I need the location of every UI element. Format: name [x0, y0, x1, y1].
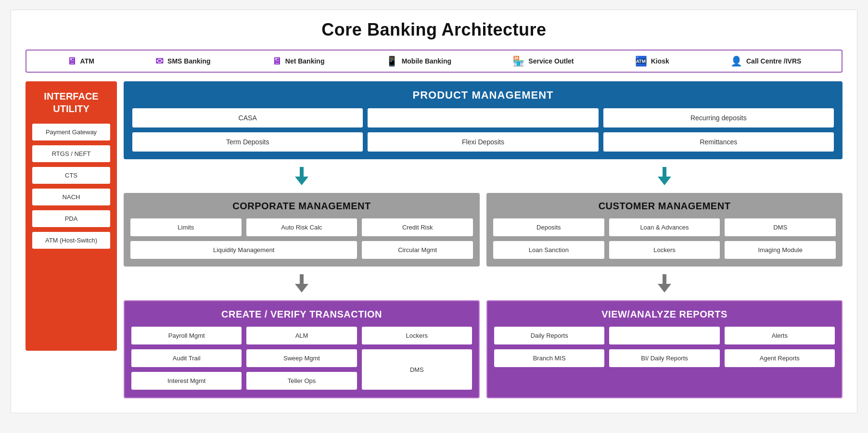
interface-utility-panel: INTERFACE UTILITY Payment Gateway RTGS /… [26, 81, 117, 351]
channel-bar: 🖥 ATM ✉ SMS Banking 🖥 Net Banking 📱 Mobi… [26, 50, 842, 73]
channel-kiosk-label: Kiosk [651, 57, 669, 65]
middle-row: CORPORATE MANAGEMENT Limits Auto Risk Ca… [124, 193, 842, 267]
report-daily[interactable]: Daily Reports [494, 327, 604, 344]
arrow-corp [124, 166, 480, 186]
page-title: Core Banking Architecture [26, 20, 842, 40]
customer-title: CUSTOMER MANAGEMENT [493, 201, 836, 212]
channel-net: 🖥 Net Banking [272, 56, 325, 67]
arrow-head-teal-1 [295, 177, 308, 185]
channel-mobile-label: Mobile Banking [402, 57, 451, 65]
customer-grid: Deposits Loan & Advances DMS Loan Sancti… [493, 218, 836, 259]
arrow-shaft-gray-2 [663, 274, 666, 284]
create-item-alm[interactable]: ALM [246, 327, 357, 344]
reports-grid: Daily Reports Alerts Branch MIS BI/ Dail… [494, 327, 835, 367]
arrow-cust [486, 166, 842, 186]
channel-callcentre: 👤 Call Centre /IVRS [730, 55, 801, 67]
net-icon: 🖥 [272, 56, 281, 67]
cust-item-loan-advances[interactable]: Loan & Advances [609, 218, 720, 236]
customer-management-section: CUSTOMER MANAGEMENT Deposits Loan & Adva… [486, 193, 842, 267]
utility-item-2[interactable]: CTS [32, 167, 110, 184]
product-management-title: PRODUCT MANAGEMENT [132, 89, 834, 102]
report-bi-daily[interactable]: BI/ Daily Reports [609, 349, 719, 367]
create-title: CREATE / VERIFY TRANSACTION [131, 309, 472, 320]
arrow-shaft-gray-1 [300, 274, 304, 284]
create-item-teller[interactable]: Teller Ops [246, 372, 357, 390]
cust-item-imaging[interactable]: Imaging Module [725, 241, 836, 259]
arrow-create [124, 273, 480, 293]
pm-item-remittances[interactable]: Remittances [603, 132, 834, 152]
arrow-shaft-teal-2 [663, 167, 666, 177]
channel-sms: ✉ SMS Banking [155, 55, 210, 67]
cust-item-deposits[interactable]: Deposits [493, 218, 604, 236]
channel-atm-label: ATM [80, 57, 94, 65]
product-management-grid: CASA Recurring deposits Term Deposits Fl… [132, 108, 834, 152]
arrow-reports [486, 273, 842, 293]
right-content: PRODUCT MANAGEMENT CASA Recurring deposi… [124, 81, 842, 398]
create-item-lockers[interactable]: Lockers [362, 327, 472, 344]
create-grid: Payroll Mgmt ALM Lockers Audit Trail Swe… [131, 327, 472, 390]
corp-item-limits[interactable]: Limits [130, 218, 242, 236]
create-item-payroll[interactable]: Payroll Mgmt [131, 327, 242, 344]
channel-service-label: Service Outlet [528, 57, 574, 65]
utility-item-0[interactable]: Payment Gateway [32, 124, 110, 140]
create-item-dms[interactable]: DMS [362, 349, 472, 390]
arrow-head-teal-2 [658, 177, 671, 185]
main-layout: INTERFACE UTILITY Payment Gateway RTGS /… [26, 81, 842, 398]
utility-item-1[interactable]: RTGS / NEFT [32, 145, 110, 162]
arrow-shaft-teal-1 [300, 167, 304, 177]
corp-item-liquidity[interactable]: Liquidity Management [130, 241, 357, 259]
create-item-audit[interactable]: Audit Trail [131, 349, 242, 367]
corporate-grid: Limits Auto Risk Calc Credit Risk Liquid… [130, 218, 473, 259]
pm-item-casa[interactable]: CASA [132, 108, 363, 127]
cust-item-loan-sanction[interactable]: Loan Sanction [493, 241, 604, 259]
create-verify-section: CREATE / VERIFY TRANSACTION Payroll Mgmt… [124, 300, 480, 398]
report-agent[interactable]: Agent Reports [725, 349, 835, 367]
channel-service: 🏪 Service Outlet [512, 55, 574, 67]
create-item-interest[interactable]: Interest Mgmt [131, 372, 242, 390]
service-icon: 🏪 [512, 55, 524, 67]
arrow-row-1 [124, 166, 842, 186]
arrow-head-gray-2 [658, 284, 671, 293]
callcentre-icon: 👤 [730, 55, 742, 67]
corporate-title: CORPORATE MANAGEMENT [130, 201, 473, 212]
corp-item-circular[interactable]: Circular Mgmt [362, 241, 473, 259]
channel-atm: 🖥 ATM [67, 56, 94, 67]
channel-callcentre-label: Call Centre /IVRS [746, 57, 801, 65]
channel-mobile: 📱 Mobile Banking [386, 55, 451, 67]
arrow-head-gray-1 [295, 284, 308, 293]
channel-sms-label: SMS Banking [167, 57, 210, 65]
corp-item-creditrisk[interactable]: Credit Risk [362, 218, 473, 236]
bottom-row: CREATE / VERIFY TRANSACTION Payroll Mgmt… [124, 300, 842, 398]
page-container: Core Banking Architecture 🖥 ATM ✉ SMS Ba… [11, 10, 857, 413]
channel-net-label: Net Banking [285, 57, 325, 65]
report-branch-mis[interactable]: Branch MIS [494, 349, 604, 367]
pm-item-term[interactable]: Term Deposits [132, 132, 363, 152]
view-reports-section: VIEW/ANALYZE REPORTS Daily Reports Alert… [486, 300, 842, 398]
cust-item-dms[interactable]: DMS [725, 218, 836, 236]
atm-icon: 🖥 [67, 56, 77, 67]
utility-item-3[interactable]: NACH [32, 189, 110, 205]
corp-item-autorisk[interactable]: Auto Risk Calc [246, 218, 357, 236]
kiosk-icon: 🏧 [635, 55, 647, 67]
arrow-row-2 [124, 273, 842, 293]
report-alerts[interactable]: Alerts [725, 327, 835, 344]
reports-title: VIEW/ANALYZE REPORTS [494, 309, 835, 320]
corporate-management-section: CORPORATE MANAGEMENT Limits Auto Risk Ca… [124, 193, 480, 267]
cust-item-lockers[interactable]: Lockers [609, 241, 720, 259]
pm-item-flexi[interactable]: Flexi Deposits [368, 132, 598, 152]
sms-icon: ✉ [155, 55, 164, 67]
mobile-icon: 📱 [386, 55, 398, 67]
product-management-section: PRODUCT MANAGEMENT CASA Recurring deposi… [124, 81, 842, 159]
pm-item-recurring[interactable]: Recurring deposits [603, 108, 834, 127]
interface-utility-title: INTERFACE UTILITY [32, 90, 110, 115]
utility-item-5[interactable]: ATM (Host-Switch) [32, 232, 110, 249]
utility-item-4[interactable]: PDA [32, 210, 110, 227]
channel-kiosk: 🏧 Kiosk [635, 55, 669, 67]
report-empty [609, 327, 719, 344]
pm-item-empty [368, 108, 598, 127]
create-item-sweep[interactable]: Sweep Mgmt [246, 349, 357, 367]
